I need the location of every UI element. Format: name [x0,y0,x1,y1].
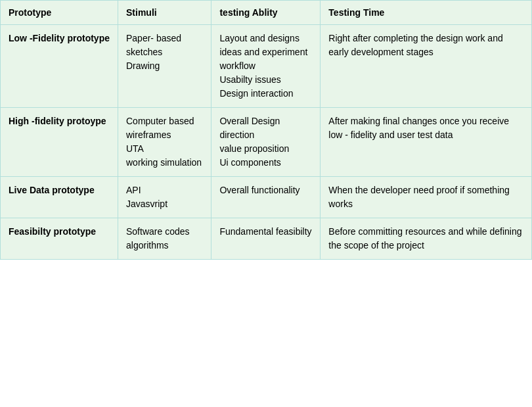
header-stimuli: Stimuli [118,1,211,25]
row-testing-time-low-fidelity: Right after completing the design work a… [321,25,532,108]
row-testing-ability-low-fidelity: Layout and designs ideas and experiment … [211,25,321,108]
header-prototype: Prototype [1,1,118,25]
table-row: Low -Fidelity prototype Paper- based ske… [1,25,532,108]
header-testing-ability: testing Ablity [211,1,321,25]
table-row: Live Data prototype APIJavasvript Overal… [1,177,532,218]
row-stimuli-live-data: APIJavasvript [118,177,211,218]
row-label-low-fidelity: Low -Fidelity prototype [1,25,118,108]
row-stimuli-low-fidelity: Paper- based sketchesDrawing [118,25,211,108]
header-testing-time: Testing Time [321,1,532,25]
row-testing-time-high-fidelity: After making final changes once you rece… [321,108,532,177]
table-row: High -fidelity protoype Computer based w… [1,108,532,177]
row-testing-ability-feasibility: Fundamental feasibilty [211,218,321,260]
table-row: Feasibilty prototype Software codes algo… [1,218,532,260]
row-label-high-fidelity: High -fidelity protoype [1,108,118,177]
row-testing-time-feasibility: Before committing resources and while de… [321,218,532,260]
row-stimuli-high-fidelity: Computer based wireframesUTAworking simu… [118,108,211,177]
row-testing-time-live-data: When the developer need proof if somethi… [321,177,532,218]
row-testing-ability-live-data: Overall functionality [211,177,321,218]
row-testing-ability-high-fidelity: Overall Design directionvalue propositio… [211,108,321,177]
row-label-feasibility: Feasibilty prototype [1,218,118,260]
row-label-live-data: Live Data prototype [1,177,118,218]
row-stimuli-feasibility: Software codes algorithms [118,218,211,260]
